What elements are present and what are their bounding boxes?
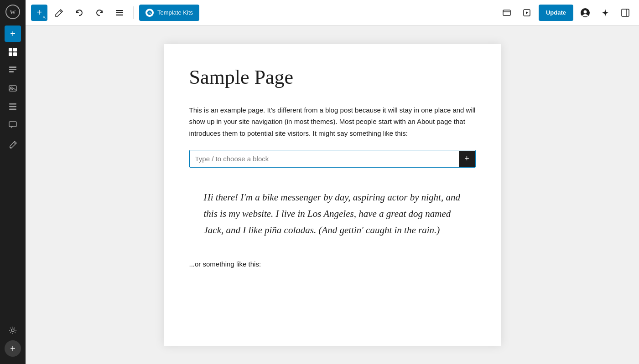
panel-button[interactable]	[617, 5, 634, 21]
svg-rect-19	[116, 10, 123, 11]
template-kits-button[interactable]: S Template Kits	[139, 5, 199, 21]
block-type-input[interactable]	[190, 150, 459, 167]
svg-rect-21	[116, 14, 123, 15]
sidebar: W +	[0, 0, 26, 364]
redo-icon	[95, 9, 104, 17]
svg-rect-8	[9, 71, 14, 72]
plus-icon-toolbar: +	[36, 7, 42, 18]
block-input-wrapper: +	[189, 150, 476, 168]
paragraph-1[interactable]: This is an example page. It's different …	[189, 104, 476, 139]
svg-rect-5	[13, 52, 17, 56]
sidebar-item-comments[interactable]	[5, 117, 21, 133]
svg-text:W: W	[10, 9, 16, 15]
ai-button[interactable]	[597, 5, 613, 21]
or-text: ...or something like this:	[189, 260, 476, 268]
svg-rect-24	[503, 10, 510, 15]
ai-icon	[601, 9, 609, 17]
sidebar-bottom: +	[5, 322, 21, 360]
svg-line-18	[60, 10, 62, 12]
sidebar-item-patterns[interactable]	[5, 62, 21, 78]
tools-icon	[115, 9, 124, 17]
add-block-button[interactable]: +	[5, 26, 21, 42]
svg-rect-20	[116, 12, 123, 13]
svg-text:S: S	[149, 11, 151, 15]
panel-icon	[621, 9, 629, 17]
template-kits-icon: S	[145, 9, 154, 17]
view-button[interactable]	[499, 5, 515, 21]
svg-point-17	[11, 329, 14, 332]
svg-rect-2	[9, 48, 12, 51]
svg-rect-6	[9, 67, 16, 68]
toolbar-add-button[interactable]: + ↖	[31, 5, 47, 21]
sidebar-item-brush[interactable]	[5, 137, 21, 153]
update-button[interactable]: Update	[539, 5, 573, 21]
update-label: Update	[546, 9, 566, 16]
sidebar-item-blocks[interactable]	[5, 44, 21, 60]
sidebar-item-media[interactable]	[5, 80, 21, 97]
undo-button[interactable]	[71, 5, 88, 21]
tools-button[interactable]	[111, 5, 128, 21]
toolbar: + ↖	[26, 0, 639, 26]
toolbar-right: Update	[499, 5, 634, 21]
quote-text[interactable]: Hi there! I'm a bike messenger by day, a…	[204, 190, 461, 238]
svg-rect-29	[622, 9, 629, 16]
wp-logo[interactable]: W	[5, 4, 21, 20]
sidebar-item-settings[interactable]	[5, 322, 21, 338]
svg-rect-11	[9, 103, 16, 105]
redo-button[interactable]	[91, 5, 108, 21]
svg-line-15	[14, 142, 16, 144]
new-page-button[interactable]: +	[5, 340, 21, 357]
toolbar-separator	[133, 6, 134, 19]
plus-icon: +	[10, 29, 16, 39]
svg-point-28	[584, 10, 587, 13]
plus-icon-input: +	[464, 154, 469, 164]
svg-rect-7	[9, 69, 16, 70]
cursor-indicator: ↖	[43, 15, 46, 20]
sidebar-item-layers[interactable]	[5, 98, 21, 115]
block-input-add-button[interactable]: +	[459, 151, 475, 167]
undo-icon	[75, 9, 83, 17]
editor-area: Sample Page This is an example page. It'…	[26, 26, 639, 364]
svg-rect-14	[9, 122, 16, 127]
avatar-button[interactable]	[577, 5, 593, 21]
preview-icon	[523, 9, 531, 17]
avatar-icon	[580, 8, 590, 18]
plus-icon-sidebar: +	[10, 343, 16, 354]
template-kits-label: Template Kits	[157, 9, 193, 16]
svg-rect-4	[9, 52, 12, 56]
svg-point-16	[10, 147, 11, 149]
edit-button[interactable]	[51, 5, 68, 21]
svg-rect-3	[13, 48, 17, 51]
svg-rect-12	[9, 106, 16, 108]
page-title: Sample Page	[189, 66, 476, 90]
main-wrapper: + ↖	[26, 0, 639, 364]
editor-content: Sample Page This is an example page. It'…	[164, 44, 501, 346]
quote-block: Hi there! I'm a bike messenger by day, a…	[189, 182, 476, 246]
svg-rect-13	[9, 109, 16, 110]
svg-rect-9	[9, 86, 16, 91]
view-icon	[503, 9, 511, 17]
preview-button[interactable]	[519, 5, 535, 21]
pencil-icon	[55, 9, 63, 17]
